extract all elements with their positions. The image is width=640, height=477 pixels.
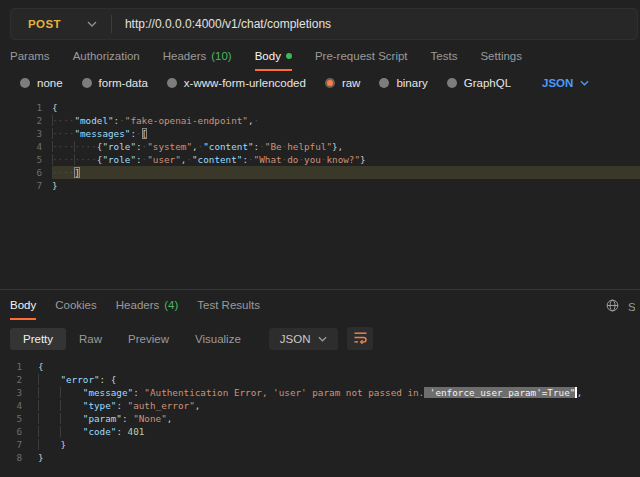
method-label: POST: [28, 18, 61, 30]
code-line: 7}: [0, 179, 640, 192]
tab-authorization[interactable]: Authorization: [73, 50, 140, 71]
wrap-text-button[interactable]: [347, 327, 373, 350]
tab-settings[interactable]: Settings: [480, 50, 522, 71]
response-tab-cookies[interactable]: Cookies: [55, 299, 97, 320]
body-type-row: none form-data x-www-form-urlencoded raw…: [0, 71, 640, 97]
response-tab-body[interactable]: Body: [10, 299, 36, 320]
radio-none[interactable]: none: [20, 77, 63, 89]
line-number: 6: [0, 166, 52, 179]
response-tab-test-results[interactable]: Test Results: [197, 299, 260, 320]
headers-count-badge: (10): [211, 50, 231, 62]
line-number: 1: [0, 101, 52, 114]
status-label-clipped: S: [628, 301, 635, 313]
code-line: 1{: [0, 101, 640, 114]
line-number: 3: [0, 127, 52, 140]
code-line: 6 "code": 401: [0, 425, 640, 438]
tab-tests[interactable]: Tests: [431, 50, 458, 71]
view-pretty-button[interactable]: Pretty: [10, 328, 66, 350]
wrap-text-icon: [353, 331, 368, 346]
radio-icon: [82, 78, 92, 88]
line-number: 7: [0, 179, 52, 192]
response-toolbar: Pretty Raw Preview Visualize JSON: [0, 322, 640, 356]
code-line: 3 "message": "Authentication Error, 'use…: [0, 386, 640, 399]
response-tabs: Body Cookies Headers (4) Test Results S: [0, 289, 640, 322]
response-body-editor[interactable]: 1{2 "error": {3 "message": "Authenticati…: [0, 356, 640, 477]
line-number: 4: [0, 399, 38, 412]
code-line: 1{: [0, 360, 640, 373]
tab-body[interactable]: Body: [255, 50, 292, 71]
radio-x-www-form-urlencoded[interactable]: x-www-form-urlencoded: [167, 77, 306, 89]
method-dropdown[interactable]: POST: [11, 9, 111, 39]
line-number: 4: [0, 140, 52, 153]
tab-headers[interactable]: Headers (10): [163, 50, 232, 71]
radio-icon: [20, 78, 30, 88]
request-language-dropdown[interactable]: JSON: [542, 77, 589, 89]
radio-graphql[interactable]: GraphQL: [447, 77, 511, 89]
url-input[interactable]: http://0.0.0.0:4000/v1/chat/completions: [125, 17, 331, 31]
code-line-highlighted: 6····]: [0, 166, 640, 179]
radio-icon: [167, 78, 177, 88]
request-tabs: Params Authorization Headers (10) Body P…: [0, 40, 640, 71]
radio-raw[interactable]: raw: [325, 77, 361, 89]
line-number: 5: [0, 412, 38, 425]
body-modified-dot-icon: [286, 53, 292, 59]
chevron-down-icon: [580, 80, 589, 86]
response-language-dropdown[interactable]: JSON: [269, 328, 339, 350]
tab-params[interactable]: Params: [10, 50, 50, 71]
chevron-down-icon: [87, 21, 97, 27]
radio-icon: [447, 78, 457, 88]
code-line: 5········{"role":·"user",·"content":·"Wh…: [0, 153, 640, 166]
globe-icon[interactable]: [606, 299, 619, 314]
code-line: 4 "type": "auth_error",: [0, 399, 640, 412]
response-tab-headers[interactable]: Headers (4): [116, 299, 179, 320]
code-line: 8}: [0, 451, 640, 464]
selected-text: 'enforce_user_param'=True": [424, 387, 575, 398]
line-number: 8: [0, 451, 38, 464]
radio-icon: [379, 78, 389, 88]
response-headers-count-badge: (4): [164, 299, 178, 311]
view-raw-button[interactable]: Raw: [66, 328, 115, 350]
code-line: 4········{"role":·"system",·"content":·"…: [0, 140, 640, 153]
line-number: 5: [0, 153, 52, 166]
code-line: 7 }: [0, 438, 640, 451]
code-line: 2 "error": {: [0, 373, 640, 386]
line-number: 3: [0, 386, 38, 399]
request-url-bar: POST http://0.0.0.0:4000/v1/chat/complet…: [10, 8, 638, 40]
url-bar-divider: [111, 15, 112, 33]
view-preview-button[interactable]: Preview: [115, 328, 182, 350]
radio-selected-icon: [325, 78, 335, 88]
radio-form-data[interactable]: form-data: [82, 77, 148, 89]
line-number: 7: [0, 438, 38, 451]
line-number: 2: [0, 114, 52, 127]
code-line: 3····"messages":·[: [0, 127, 640, 140]
code-line: 5 "param": "None",: [0, 412, 640, 425]
line-number: 6: [0, 425, 38, 438]
line-number: 2: [0, 373, 38, 386]
line-number: 1: [0, 360, 38, 373]
tab-pre-request-script[interactable]: Pre-request Script: [315, 50, 408, 71]
chevron-down-icon: [318, 336, 327, 342]
radio-binary[interactable]: binary: [379, 77, 427, 89]
request-body-editor[interactable]: 1{2····"model":·"fake-openai-endpoint",·…: [0, 97, 640, 289]
code-line: 2····"model":·"fake-openai-endpoint",·: [0, 114, 640, 127]
postman-window: { "request_bar": { "method": "POST", "ur…: [0, 0, 640, 477]
view-visualize-button[interactable]: Visualize: [182, 328, 254, 350]
